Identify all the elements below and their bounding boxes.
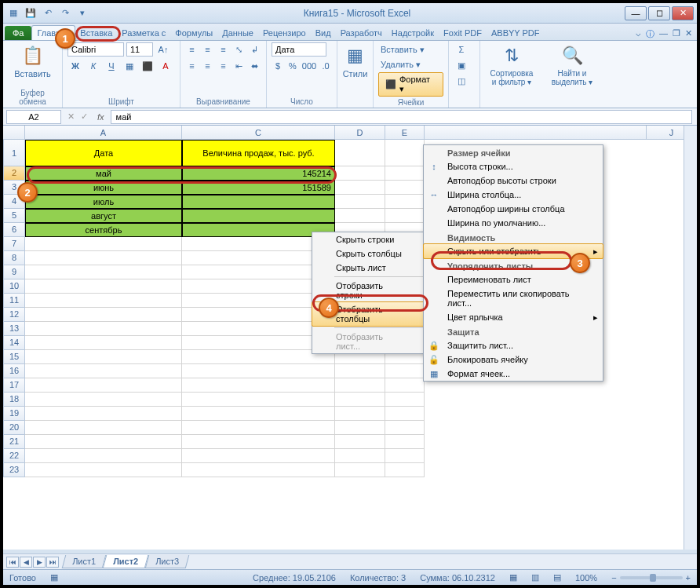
autosum-icon[interactable]: Σ	[454, 42, 469, 57]
view-layout-icon[interactable]: ▥	[531, 572, 539, 583]
row-header[interactable]: 15	[3, 350, 25, 364]
row-header[interactable]: 9	[3, 265, 25, 279]
cell[interactable]	[25, 463, 182, 477]
cell[interactable]	[385, 140, 425, 166]
cell[interactable]	[182, 393, 335, 407]
cell[interactable]	[385, 209, 425, 223]
select-all-corner[interactable]	[3, 126, 25, 139]
row-header[interactable]: 20	[3, 421, 25, 435]
row-header[interactable]: 18	[3, 393, 25, 407]
cell[interactable]: 151589	[182, 181, 335, 195]
cell[interactable]	[385, 421, 425, 435]
align-bot-icon[interactable]: ≡	[217, 42, 230, 57]
row-header[interactable]: 2	[3, 166, 25, 181]
wrap-icon[interactable]: ↲	[248, 42, 261, 57]
sheet-tab[interactable]: Лист2	[103, 555, 149, 568]
minimize-button[interactable]: —	[625, 6, 647, 20]
cell[interactable]	[385, 407, 425, 421]
submenu-item[interactable]: Скрыть строки	[312, 232, 428, 247]
cell[interactable]	[182, 435, 335, 449]
cell[interactable]	[385, 166, 425, 181]
cell[interactable]	[335, 181, 385, 195]
cell[interactable]	[182, 364, 335, 378]
sheet-nav-first[interactable]: ⏮	[6, 557, 19, 568]
cell[interactable]	[385, 364, 425, 378]
menu-rename-sheet[interactable]: Переименовать лист	[424, 272, 603, 287]
zoom-level[interactable]: 100%	[575, 573, 597, 583]
cell[interactable]	[335, 449, 385, 463]
row-header[interactable]: 6	[3, 223, 25, 237]
vertical-scrollbar[interactable]	[684, 126, 697, 550]
cell[interactable]	[182, 463, 335, 477]
comma-icon[interactable]: 000	[301, 59, 317, 73]
cell[interactable]	[385, 463, 425, 477]
cell[interactable]	[25, 350, 182, 364]
row-header[interactable]: 22	[3, 449, 25, 463]
cell[interactable]	[25, 393, 182, 407]
cells-format-button[interactable]: ⬛Формат ▾	[378, 72, 443, 97]
view-normal-icon[interactable]: ▦	[509, 572, 517, 583]
row-header[interactable]: 10	[3, 279, 25, 294]
cell[interactable]	[25, 279, 182, 294]
align-left-icon[interactable]: ≡	[185, 59, 199, 73]
fill-icon[interactable]: ▣	[454, 58, 469, 72]
tab-foxit[interactable]: Foxit PDF	[439, 26, 487, 40]
doc-close-icon[interactable]: ✕	[685, 28, 692, 40]
clear-icon[interactable]: ◫	[454, 74, 469, 88]
cell[interactable]	[182, 421, 335, 435]
enter-formula-icon[interactable]: ✓	[78, 111, 91, 122]
row-header[interactable]: 5	[3, 209, 25, 223]
tab-developer[interactable]: Разработч	[336, 26, 387, 40]
menu-autofit-col[interactable]: Автоподбор ширины столбца	[424, 202, 603, 216]
tab-data[interactable]: Данные	[217, 26, 258, 40]
tab-insert[interactable]: Вставка	[75, 26, 117, 40]
cell[interactable]: июнь	[25, 181, 182, 195]
cell[interactable]	[335, 364, 385, 378]
cell[interactable]	[182, 407, 335, 421]
font-color-icon[interactable]: A	[158, 59, 173, 73]
cells-delete[interactable]: Удалить ▾	[378, 57, 443, 71]
align-right-icon[interactable]: ≡	[217, 59, 230, 73]
cell[interactable]	[335, 195, 385, 209]
row-header[interactable]: 8	[3, 251, 25, 265]
font-name-combo[interactable]: Calibri	[67, 42, 124, 57]
percent-icon[interactable]: %	[286, 59, 299, 73]
submenu-item[interactable]: Скрыть лист	[312, 261, 428, 275]
fill-color-icon[interactable]: ⬛	[140, 59, 155, 73]
cell[interactable]	[25, 308, 182, 322]
cell[interactable]	[385, 181, 425, 195]
name-box[interactable]: A2	[6, 110, 61, 124]
cancel-formula-icon[interactable]: ✕	[64, 111, 78, 122]
cell[interactable]	[385, 195, 425, 209]
paste-button[interactable]: 📋 Вставить	[8, 42, 57, 80]
align-center-icon[interactable]: ≡	[201, 59, 214, 73]
menu-row-height[interactable]: ↕Высота строки...	[424, 159, 603, 173]
italic-icon[interactable]: К	[86, 59, 101, 73]
bold-icon[interactable]: Ж	[67, 59, 83, 73]
cell[interactable]	[335, 421, 385, 435]
formula-input[interactable]: май	[111, 110, 692, 124]
cell[interactable]: август	[25, 209, 182, 223]
row-header[interactable]: 7	[3, 237, 25, 251]
row-header[interactable]: 16	[3, 364, 25, 378]
cell[interactable]	[25, 435, 182, 449]
view-break-icon[interactable]: ▤	[553, 572, 561, 583]
undo-icon[interactable]: ↶	[41, 6, 55, 20]
help-icon[interactable]: ⓘ	[646, 28, 654, 40]
row-header[interactable]: 23	[3, 463, 25, 477]
tab-layout[interactable]: Разметка с	[117, 26, 170, 40]
tab-abbyy[interactable]: ABBYY PDF	[487, 26, 545, 40]
cell[interactable]	[182, 378, 335, 393]
menu-tab-color[interactable]: Цвет ярлычка▸	[424, 310, 603, 324]
menu-protect-sheet[interactable]: 🔒Защитить лист...	[424, 338, 603, 352]
cells-insert[interactable]: Вставить ▾	[378, 42, 443, 57]
tab-addins[interactable]: Надстройк	[387, 26, 439, 40]
cell[interactable]	[335, 435, 385, 449]
submenu-item[interactable]: Скрыть столбцы	[312, 247, 428, 261]
row-header[interactable]: 12	[3, 308, 25, 322]
zoom-out-icon[interactable]: −	[611, 573, 616, 583]
cell[interactable]	[25, 294, 182, 308]
cell[interactable]	[335, 140, 385, 166]
tab-view[interactable]: Вид	[311, 26, 336, 40]
menu-autofit-row[interactable]: Автоподбор высоты строки	[424, 173, 603, 188]
